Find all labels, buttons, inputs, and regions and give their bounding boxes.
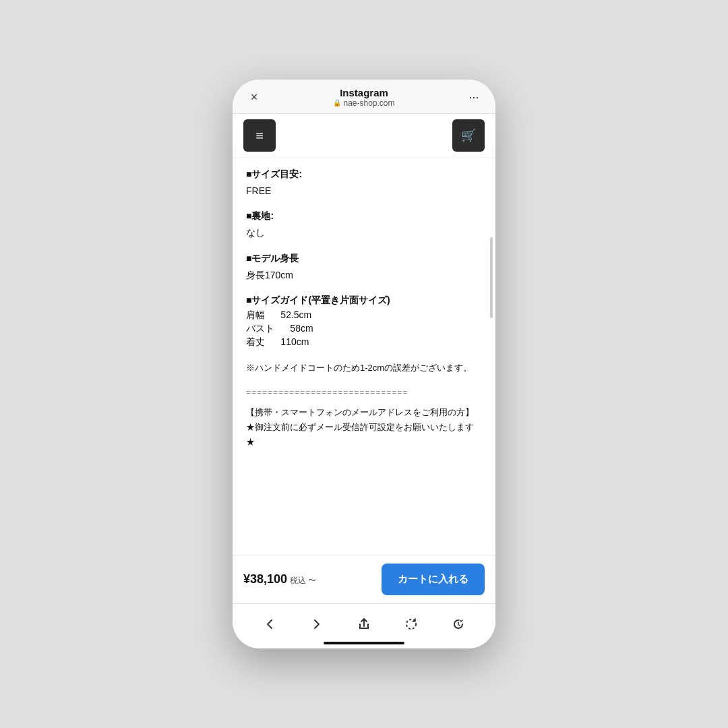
reload-icon bbox=[404, 617, 418, 631]
lining-label: ■裏地: bbox=[246, 210, 482, 222]
browser-title: Instagram bbox=[265, 87, 463, 98]
shoulder-row: 肩幅 52.5cm bbox=[246, 309, 482, 322]
mobile-section: 【携帯・スマートフォンのメールアドレスをご利用の方】 ★御注文前に必ずメール受信… bbox=[246, 405, 482, 450]
price-text: ¥38,100 bbox=[243, 572, 287, 586]
share-button[interactable] bbox=[351, 611, 377, 638]
length-row: 着丈 110cm bbox=[246, 336, 482, 348]
bust-row: バスト 58cm bbox=[246, 323, 482, 335]
size-flat-label: ■サイズガイド(平置き片面サイズ) bbox=[246, 295, 482, 307]
bust-value: 58cm bbox=[290, 323, 313, 334]
close-icon: × bbox=[251, 90, 258, 104]
size-flat-section: ■サイズガイド(平置き片面サイズ) 肩幅 52.5cm バスト 58cm 着丈 … bbox=[246, 295, 482, 348]
shoulder-label: 肩幅 bbox=[246, 309, 265, 320]
price-area: ¥38,100 税込 〜 bbox=[243, 572, 316, 586]
cart-button[interactable]: 🛒 bbox=[452, 119, 485, 152]
model-height-section: ■モデル身長 身長170cm bbox=[246, 253, 482, 282]
phone-frame: × Instagram 🔒 nae-shop.com ··· ≡ 🛒 ■サイズ目… bbox=[233, 80, 495, 648]
scroll-indicator bbox=[490, 237, 493, 318]
price-tax: 税込 〜 bbox=[290, 575, 316, 586]
history-icon bbox=[452, 617, 465, 631]
svg-point-0 bbox=[406, 619, 416, 629]
back-icon bbox=[263, 617, 276, 631]
length-spacer bbox=[268, 336, 278, 347]
content-area[interactable]: ■サイズ目安: FREE ■裏地: なし ■モデル身長 身長170cm ■サイズ… bbox=[233, 158, 495, 555]
history-button[interactable] bbox=[445, 611, 472, 638]
browser-title-area: Instagram 🔒 nae-shop.com bbox=[265, 87, 463, 108]
model-height-label: ■モデル身長 bbox=[246, 253, 482, 265]
lock-icon: 🔒 bbox=[333, 99, 341, 107]
notice-section: ※ハンドメイドコートのため1-2cmの誤差がございます。 bbox=[246, 361, 482, 375]
more-icon: ··· bbox=[468, 90, 479, 104]
length-label: 着丈 bbox=[246, 336, 265, 347]
size-guide-label: ■サイズ目安: bbox=[246, 169, 482, 181]
reload-button[interactable] bbox=[398, 611, 425, 638]
back-button[interactable] bbox=[256, 611, 283, 638]
add-to-cart-button[interactable]: カートに入れる bbox=[382, 564, 485, 595]
url-text: nae-shop.com bbox=[343, 98, 394, 108]
home-indicator bbox=[324, 642, 404, 644]
forward-button[interactable] bbox=[303, 611, 330, 638]
shoulder-value: 52.5cm bbox=[280, 309, 311, 320]
browser-url: 🔒 nae-shop.com bbox=[265, 98, 463, 108]
size-guide-value: FREE bbox=[246, 183, 482, 198]
mobile-notice: ★御注文前に必ずメール受信許可設定をお願いいたします★ bbox=[246, 420, 482, 450]
nav-bar: ≡ 🛒 bbox=[233, 114, 495, 158]
mobile-title: 【携帯・スマートフォンのメールアドレスをご利用の方】 bbox=[246, 405, 482, 420]
size-guide-section: ■サイズ目安: FREE bbox=[246, 169, 482, 198]
forward-icon bbox=[310, 617, 324, 631]
hamburger-icon: ≡ bbox=[255, 128, 264, 144]
browser-more-button[interactable]: ··· bbox=[463, 86, 485, 108]
notice-text: ※ハンドメイドコートのため1-2cmの誤差がございます。 bbox=[246, 361, 482, 375]
bust-spacer bbox=[277, 323, 288, 334]
cart-icon: 🛒 bbox=[461, 128, 476, 143]
bust-label: バスト bbox=[246, 323, 274, 334]
shoulder-spacer bbox=[268, 309, 278, 320]
lining-value: なし bbox=[246, 225, 482, 240]
share-icon bbox=[357, 617, 371, 631]
divider-line: ============================== bbox=[246, 388, 482, 397]
purchase-bar: ¥38,100 税込 〜 カートに入れる bbox=[233, 555, 495, 603]
lining-section: ■裏地: なし bbox=[246, 210, 482, 240]
browser-header: × Instagram 🔒 nae-shop.com ··· bbox=[233, 80, 495, 114]
menu-button[interactable]: ≡ bbox=[243, 119, 276, 152]
model-height-value: 身長170cm bbox=[246, 268, 482, 282]
browser-close-button[interactable]: × bbox=[243, 86, 265, 108]
length-value: 110cm bbox=[280, 336, 309, 347]
